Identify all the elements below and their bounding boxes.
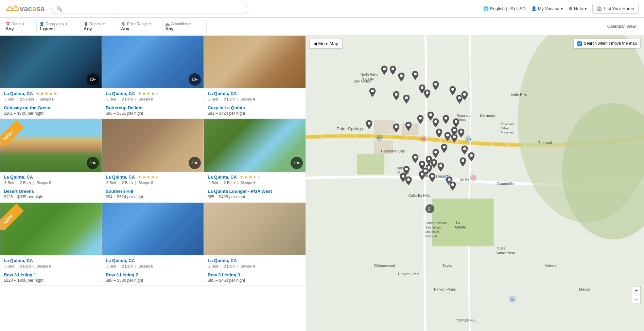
map-pin[interactable]: [389, 66, 396, 76]
map-pin[interactable]: [417, 115, 424, 125]
language-button[interactable]: 🌐 English (US) USD: [483, 6, 525, 11]
map-pin[interactable]: [419, 171, 425, 181]
zoom-out-button[interactable]: −: [632, 295, 641, 304]
logo[interactable]: vacasa: [5, 4, 45, 14]
map-pin[interactable]: [444, 132, 451, 142]
map-pin[interactable]: [405, 122, 412, 132]
card-price: $95 – $551 per night: [106, 111, 200, 116]
svg-point-90: [405, 168, 408, 170]
map-pin[interactable]: [449, 86, 456, 96]
price-filter-label: 💲 Price Range ▾: [121, 22, 158, 26]
dates-filter[interactable]: 📅 Dates ▾ Any: [3, 20, 37, 33]
svg-point-85: [421, 163, 423, 165]
map-pin[interactable]: [366, 120, 372, 130]
map-pin[interactable]: [461, 91, 468, 102]
listing-card[interactable]: NEW! 3D ↻ La Quinta, CA 3 Bed | 2 Bath |…: [0, 119, 102, 202]
zoom-in-button[interactable]: +: [632, 286, 641, 295]
map-pin[interactable]: [403, 94, 410, 105]
map-panel[interactable]: Palm Springs Cathedral City Rancho Mirag…: [306, 35, 644, 331]
listing-card[interactable]: La Quinta, CA 2 Bed | 2 Bath | Sleeps 4 …: [204, 35, 306, 119]
calendar-view-button[interactable]: Calendar View: [602, 24, 641, 29]
card-footer: Row 3 Listing 3 $85 – $450 per night: [204, 271, 306, 286]
card-name[interactable]: Row 3 Listing 2: [106, 272, 200, 277]
card-baths: 2 Bath: [224, 181, 235, 185]
listing-card[interactable]: 3D ↻ La Quinta, CA ★★★★★ 3 Bed | 2.5 Bat…: [0, 35, 102, 119]
map-pin[interactable]: [459, 157, 466, 168]
svg-point-76: [445, 117, 447, 119]
listing-card[interactable]: 3D ↻ La Quinta, CA ★★★ ★ ★ ★ 2 Bed | 2 B…: [204, 119, 306, 202]
map-pin[interactable]: [412, 154, 419, 164]
card-name[interactable]: Getaway on the Green: [4, 105, 98, 110]
card-name[interactable]: Buttercup Delight: [106, 105, 200, 110]
star-full: ★: [45, 91, 49, 96]
map-pin[interactable]: [405, 176, 412, 187]
card-location-link[interactable]: La Quinta, CA: [4, 174, 33, 180]
card-image: [102, 203, 204, 255]
chevron-down-icon: ▾: [149, 22, 151, 26]
card-name[interactable]: La Quinta Lounger - PGA West: [208, 189, 302, 194]
map-zoom-controls: + −: [632, 286, 641, 304]
occupancy-filter[interactable]: 👤 Occupancy ▾ 1 guest: [37, 20, 81, 33]
map-pin[interactable]: [468, 152, 475, 163]
map-pin[interactable]: [398, 72, 405, 83]
search-when-move-checkbox[interactable]: Search when I move the map: [574, 39, 641, 48]
map-pin[interactable]: [449, 181, 456, 192]
map-pin[interactable]: [436, 128, 442, 139]
map-pin[interactable]: [429, 173, 436, 183]
map-pin[interactable]: [431, 159, 437, 169]
card-details: 3 Bed | 2 Bath | Sleeps 6: [4, 264, 98, 268]
map-pin[interactable]: [381, 66, 388, 76]
map-pin[interactable]: [461, 145, 468, 156]
card-name[interactable]: Cozy in La Quinta: [208, 105, 302, 110]
card-location-link[interactable]: La Quinta, CA: [4, 258, 33, 263]
list-home-button[interactable]: 🏠 List Your Home: [592, 4, 639, 14]
card-name[interactable]: Southern Hill: [106, 189, 200, 194]
card-name[interactable]: Desert Greens: [4, 189, 98, 194]
svg-point-67: [451, 88, 454, 91]
card-location-link[interactable]: La Quinta, CA: [208, 258, 237, 263]
new-badge-text: NEW!: [0, 203, 24, 230]
card-photo: [204, 36, 306, 88]
listing-card[interactable]: La Quinta, CA 2 Bed | 2 Bath | Sleeps 4 …: [204, 202, 306, 286]
map-pin[interactable]: [432, 149, 439, 159]
card-location-row: La Quinta, CA: [106, 258, 200, 263]
search-bar[interactable]: 🔍 La Quinta, CA: [51, 4, 248, 14]
listing-card[interactable]: 3D ↻ La Quinta, CA ★★★★ ★ ★ 3 Bed | 2 Ba…: [102, 119, 204, 202]
card-location-link[interactable]: La Quinta, CA: [106, 91, 135, 96]
my-vacasa-button[interactable]: 👤 My Vacasa ▾: [531, 6, 563, 11]
listing-card[interactable]: NEW! La Quinta, CA 3 Bed | 2 Bath | Slee…: [0, 202, 102, 286]
search-input[interactable]: La Quinta, CA: [65, 6, 243, 12]
currency-label: USD: [516, 6, 525, 11]
search-move-input[interactable]: [577, 41, 582, 46]
price-filter[interactable]: 💲 Price Range ▾ Any: [118, 20, 162, 33]
card-name[interactable]: Row 3 Listing 1: [4, 272, 98, 277]
listing-card[interactable]: 3D ↻ La Quinta, CA ★★★★★ 3 Bed | 2 Bath …: [102, 35, 204, 119]
map-pin[interactable]: [437, 162, 444, 173]
map-pin[interactable]: [441, 144, 448, 154]
map-pin[interactable]: [424, 89, 431, 100]
card-location-link[interactable]: La Quinta, CA: [208, 174, 237, 180]
map-pin[interactable]: [412, 71, 419, 81]
star-full: ★: [142, 174, 146, 180]
amenities-filter[interactable]: 🏊 Amenities ▾ Any: [162, 20, 207, 33]
map-pin[interactable]: [451, 127, 458, 137]
more-map-button[interactable]: ◀ More Map: [309, 39, 343, 49]
star-full: ★: [146, 174, 151, 180]
rooms-filter[interactable]: 🚪 Rooms ▾ Any: [81, 20, 118, 33]
help-button[interactable]: ⚙ Help ▾: [569, 6, 587, 11]
listing-card[interactable]: La Quinta, CA 3 Bed | 2 Bath | Sleeps 6 …: [102, 202, 204, 286]
map-pin[interactable]: [369, 88, 376, 98]
svg-point-58: [391, 68, 394, 70]
svg-point-77: [455, 120, 457, 123]
card-location-link[interactable]: La Quinta, CA: [106, 174, 135, 180]
card-location-link[interactable]: La Quinta, CA: [4, 91, 33, 96]
map-pin[interactable]: [393, 123, 400, 134]
card-location-link[interactable]: La Quinta, CA: [106, 258, 135, 263]
card-name[interactable]: Row 3 Listing 3: [208, 272, 302, 277]
map-pin[interactable]: [393, 91, 400, 102]
map-pin[interactable]: [432, 118, 439, 129]
map-pin[interactable]: [442, 115, 449, 125]
map-pin[interactable]: [458, 128, 465, 139]
card-location-link[interactable]: La Quinta, CA: [208, 91, 237, 96]
map-pin[interactable]: [432, 81, 439, 91]
